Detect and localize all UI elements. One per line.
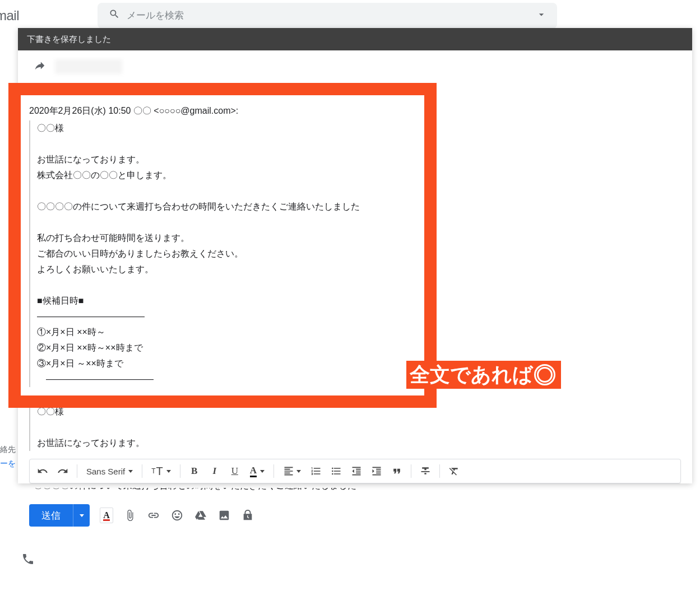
compose-action-row: 送信 A [29, 504, 254, 527]
overflow-text-cutoff: 〇〇〇〇の件について来週打ち合わせの時間をいただきたくご連絡いたしました [34, 488, 356, 501]
insert-photo-button[interactable] [217, 509, 231, 522]
search-options-dropdown[interactable] [530, 9, 553, 22]
search-box[interactable] [98, 3, 557, 29]
remove-formatting-button[interactable] [444, 462, 463, 481]
text-color-button[interactable]: A [245, 462, 269, 481]
strikethrough-button[interactable] [416, 462, 435, 481]
font-family-select[interactable]: Sans Serif [82, 467, 137, 476]
align-button[interactable] [279, 462, 305, 481]
app-logo: mail [0, 8, 19, 24]
quote-button[interactable] [387, 462, 406, 481]
confidential-mode-button[interactable] [241, 509, 254, 522]
insert-link-button[interactable] [147, 509, 160, 522]
italic-button[interactable]: I [205, 462, 224, 481]
insert-drive-button[interactable] [194, 509, 207, 522]
indent-less-button[interactable] [347, 462, 366, 481]
send-button[interactable]: 送信 [29, 504, 73, 527]
formatting-toolbar: Sans Serif TT B I U A [29, 459, 681, 483]
compose-body[interactable]: 全文であれば 2020年2月26日(水) 10:50 〇〇 <○○○○@gmai… [18, 83, 692, 451]
quoted-header: 2020年2月26日(水) 10:50 〇〇 <○○○○@gmail.com>: [29, 105, 681, 117]
bold-button[interactable]: B [185, 462, 204, 481]
annotation-label: 全文であれば [406, 361, 561, 389]
undo-button[interactable] [33, 462, 52, 481]
reply-icon[interactable] [34, 59, 46, 75]
double-circle-icon [534, 364, 555, 385]
send-options-button[interactable] [73, 504, 90, 527]
attach-file-button[interactable] [123, 509, 137, 522]
underline-button[interactable]: U [225, 462, 244, 481]
font-size-button[interactable]: TT [147, 462, 175, 481]
reply-row [18, 50, 692, 83]
compose-title-bar: 下書きを保存しました [18, 28, 692, 50]
numbered-list-button[interactable] [307, 462, 326, 481]
quoted-body: 〇〇様 お世話になっております。株式会社〇〇の〇〇と申します。 〇〇〇〇の件につ… [29, 120, 681, 387]
quoted-body-duplicate: 〇〇様 お世話になっております。 [29, 404, 681, 451]
quoted-message-duplicate: 〇〇様 お世話になっております。 [29, 404, 681, 451]
recipient-blurred [55, 59, 122, 74]
insert-emoji-button[interactable] [170, 509, 184, 522]
compose-status-text: 下書きを保存しました [27, 34, 111, 45]
text-format-toggle[interactable]: A [100, 509, 113, 522]
send-button-group: 送信 [29, 504, 90, 527]
search-input[interactable] [127, 10, 530, 21]
top-bar: mail [0, 0, 700, 31]
bulleted-list-button[interactable] [327, 462, 346, 481]
redo-button[interactable] [53, 462, 72, 481]
left-edge-cutoff: 絡先 ーを [0, 443, 16, 471]
search-icon[interactable] [102, 8, 127, 22]
indent-more-button[interactable] [367, 462, 386, 481]
quoted-message: 2020年2月26日(水) 10:50 〇〇 <○○○○@gmail.com>:… [29, 105, 681, 387]
phone-icon[interactable] [21, 552, 35, 568]
compose-window: 下書きを保存しました 全文であれば 2020年2月26日(水) 10:50 〇〇… [18, 28, 692, 483]
